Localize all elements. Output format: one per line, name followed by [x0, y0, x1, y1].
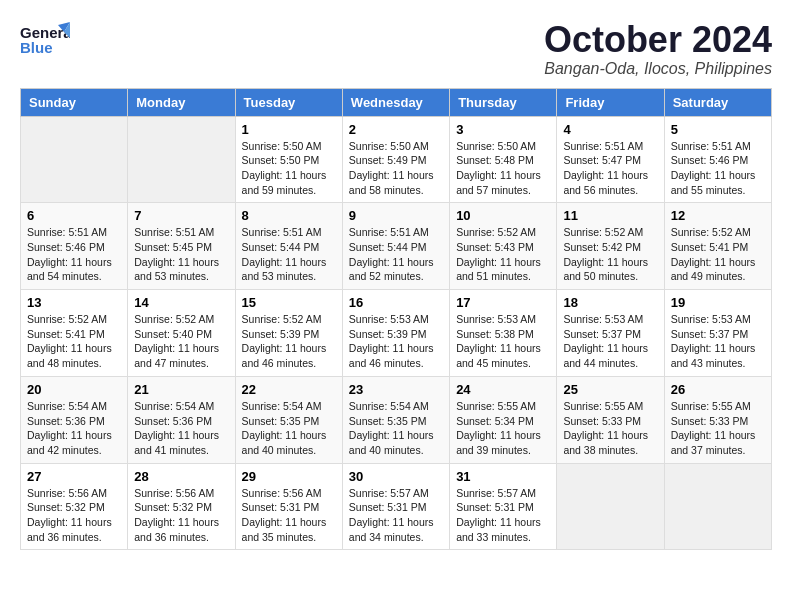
day-info: Sunrise: 5:53 AMSunset: 5:37 PMDaylight:…	[563, 312, 657, 371]
day-number: 25	[563, 382, 657, 397]
day-info: Sunrise: 5:56 AMSunset: 5:32 PMDaylight:…	[27, 486, 121, 545]
day-info: Sunrise: 5:55 AMSunset: 5:33 PMDaylight:…	[671, 399, 765, 458]
month-title: October 2024	[544, 20, 772, 60]
svg-text:Blue: Blue	[20, 39, 53, 56]
calendar-cell: 7Sunrise: 5:51 AMSunset: 5:45 PMDaylight…	[128, 203, 235, 290]
day-number: 4	[563, 122, 657, 137]
day-info: Sunrise: 5:54 AMSunset: 5:35 PMDaylight:…	[242, 399, 336, 458]
calendar-cell: 22Sunrise: 5:54 AMSunset: 5:35 PMDayligh…	[235, 376, 342, 463]
column-header-tuesday: Tuesday	[235, 88, 342, 116]
column-header-sunday: Sunday	[21, 88, 128, 116]
calendar-cell: 29Sunrise: 5:56 AMSunset: 5:31 PMDayligh…	[235, 463, 342, 550]
day-number: 19	[671, 295, 765, 310]
day-info: Sunrise: 5:53 AMSunset: 5:38 PMDaylight:…	[456, 312, 550, 371]
calendar-cell	[664, 463, 771, 550]
calendar-cell: 12Sunrise: 5:52 AMSunset: 5:41 PMDayligh…	[664, 203, 771, 290]
day-number: 5	[671, 122, 765, 137]
day-number: 27	[27, 469, 121, 484]
day-number: 28	[134, 469, 228, 484]
day-number: 31	[456, 469, 550, 484]
column-header-friday: Friday	[557, 88, 664, 116]
day-number: 29	[242, 469, 336, 484]
day-info: Sunrise: 5:52 AMSunset: 5:40 PMDaylight:…	[134, 312, 228, 371]
column-header-thursday: Thursday	[450, 88, 557, 116]
day-info: Sunrise: 5:54 AMSunset: 5:36 PMDaylight:…	[134, 399, 228, 458]
day-number: 7	[134, 208, 228, 223]
calendar-cell: 14Sunrise: 5:52 AMSunset: 5:40 PMDayligh…	[128, 290, 235, 377]
day-number: 26	[671, 382, 765, 397]
day-number: 30	[349, 469, 443, 484]
page-header: General Blue October 2024 Bangan-Oda, Il…	[20, 20, 772, 78]
day-info: Sunrise: 5:57 AMSunset: 5:31 PMDaylight:…	[456, 486, 550, 545]
calendar-cell: 25Sunrise: 5:55 AMSunset: 5:33 PMDayligh…	[557, 376, 664, 463]
column-header-wednesday: Wednesday	[342, 88, 449, 116]
day-info: Sunrise: 5:51 AMSunset: 5:46 PMDaylight:…	[671, 139, 765, 198]
day-number: 8	[242, 208, 336, 223]
calendar-cell: 9Sunrise: 5:51 AMSunset: 5:44 PMDaylight…	[342, 203, 449, 290]
column-header-saturday: Saturday	[664, 88, 771, 116]
day-number: 20	[27, 382, 121, 397]
day-info: Sunrise: 5:52 AMSunset: 5:39 PMDaylight:…	[242, 312, 336, 371]
day-info: Sunrise: 5:56 AMSunset: 5:32 PMDaylight:…	[134, 486, 228, 545]
day-number: 22	[242, 382, 336, 397]
calendar-cell: 15Sunrise: 5:52 AMSunset: 5:39 PMDayligh…	[235, 290, 342, 377]
calendar-cell: 3Sunrise: 5:50 AMSunset: 5:48 PMDaylight…	[450, 116, 557, 203]
day-number: 24	[456, 382, 550, 397]
logo-icon: General Blue	[20, 20, 70, 65]
calendar-table: SundayMondayTuesdayWednesdayThursdayFrid…	[20, 88, 772, 551]
calendar-cell: 30Sunrise: 5:57 AMSunset: 5:31 PMDayligh…	[342, 463, 449, 550]
day-info: Sunrise: 5:51 AMSunset: 5:46 PMDaylight:…	[27, 225, 121, 284]
calendar-cell: 28Sunrise: 5:56 AMSunset: 5:32 PMDayligh…	[128, 463, 235, 550]
calendar-cell: 2Sunrise: 5:50 AMSunset: 5:49 PMDaylight…	[342, 116, 449, 203]
calendar-cell: 17Sunrise: 5:53 AMSunset: 5:38 PMDayligh…	[450, 290, 557, 377]
day-number: 16	[349, 295, 443, 310]
day-number: 23	[349, 382, 443, 397]
calendar-cell: 6Sunrise: 5:51 AMSunset: 5:46 PMDaylight…	[21, 203, 128, 290]
day-number: 18	[563, 295, 657, 310]
calendar-cell: 10Sunrise: 5:52 AMSunset: 5:43 PMDayligh…	[450, 203, 557, 290]
calendar-cell: 4Sunrise: 5:51 AMSunset: 5:47 PMDaylight…	[557, 116, 664, 203]
day-number: 21	[134, 382, 228, 397]
calendar-cell	[557, 463, 664, 550]
day-number: 17	[456, 295, 550, 310]
calendar-header-row: SundayMondayTuesdayWednesdayThursdayFrid…	[21, 88, 772, 116]
calendar-cell: 13Sunrise: 5:52 AMSunset: 5:41 PMDayligh…	[21, 290, 128, 377]
day-number: 6	[27, 208, 121, 223]
day-info: Sunrise: 5:54 AMSunset: 5:36 PMDaylight:…	[27, 399, 121, 458]
day-info: Sunrise: 5:51 AMSunset: 5:44 PMDaylight:…	[349, 225, 443, 284]
day-number: 3	[456, 122, 550, 137]
calendar-cell: 20Sunrise: 5:54 AMSunset: 5:36 PMDayligh…	[21, 376, 128, 463]
day-info: Sunrise: 5:50 AMSunset: 5:50 PMDaylight:…	[242, 139, 336, 198]
column-header-monday: Monday	[128, 88, 235, 116]
day-info: Sunrise: 5:55 AMSunset: 5:34 PMDaylight:…	[456, 399, 550, 458]
calendar-cell: 21Sunrise: 5:54 AMSunset: 5:36 PMDayligh…	[128, 376, 235, 463]
calendar-week-row: 13Sunrise: 5:52 AMSunset: 5:41 PMDayligh…	[21, 290, 772, 377]
calendar-week-row: 1Sunrise: 5:50 AMSunset: 5:50 PMDaylight…	[21, 116, 772, 203]
day-number: 12	[671, 208, 765, 223]
calendar-cell: 24Sunrise: 5:55 AMSunset: 5:34 PMDayligh…	[450, 376, 557, 463]
calendar-cell: 1Sunrise: 5:50 AMSunset: 5:50 PMDaylight…	[235, 116, 342, 203]
calendar-cell: 19Sunrise: 5:53 AMSunset: 5:37 PMDayligh…	[664, 290, 771, 377]
day-info: Sunrise: 5:57 AMSunset: 5:31 PMDaylight:…	[349, 486, 443, 545]
day-number: 14	[134, 295, 228, 310]
calendar-cell: 5Sunrise: 5:51 AMSunset: 5:46 PMDaylight…	[664, 116, 771, 203]
calendar-cell: 27Sunrise: 5:56 AMSunset: 5:32 PMDayligh…	[21, 463, 128, 550]
calendar-cell: 23Sunrise: 5:54 AMSunset: 5:35 PMDayligh…	[342, 376, 449, 463]
calendar-cell	[128, 116, 235, 203]
day-number: 10	[456, 208, 550, 223]
day-number: 9	[349, 208, 443, 223]
title-area: October 2024 Bangan-Oda, Ilocos, Philipp…	[544, 20, 772, 78]
day-info: Sunrise: 5:54 AMSunset: 5:35 PMDaylight:…	[349, 399, 443, 458]
day-number: 13	[27, 295, 121, 310]
calendar-cell: 11Sunrise: 5:52 AMSunset: 5:42 PMDayligh…	[557, 203, 664, 290]
day-info: Sunrise: 5:52 AMSunset: 5:41 PMDaylight:…	[671, 225, 765, 284]
day-number: 2	[349, 122, 443, 137]
day-info: Sunrise: 5:53 AMSunset: 5:39 PMDaylight:…	[349, 312, 443, 371]
day-info: Sunrise: 5:53 AMSunset: 5:37 PMDaylight:…	[671, 312, 765, 371]
calendar-week-row: 20Sunrise: 5:54 AMSunset: 5:36 PMDayligh…	[21, 376, 772, 463]
calendar-cell: 8Sunrise: 5:51 AMSunset: 5:44 PMDaylight…	[235, 203, 342, 290]
day-info: Sunrise: 5:51 AMSunset: 5:47 PMDaylight:…	[563, 139, 657, 198]
day-info: Sunrise: 5:55 AMSunset: 5:33 PMDaylight:…	[563, 399, 657, 458]
calendar-cell: 16Sunrise: 5:53 AMSunset: 5:39 PMDayligh…	[342, 290, 449, 377]
day-number: 15	[242, 295, 336, 310]
